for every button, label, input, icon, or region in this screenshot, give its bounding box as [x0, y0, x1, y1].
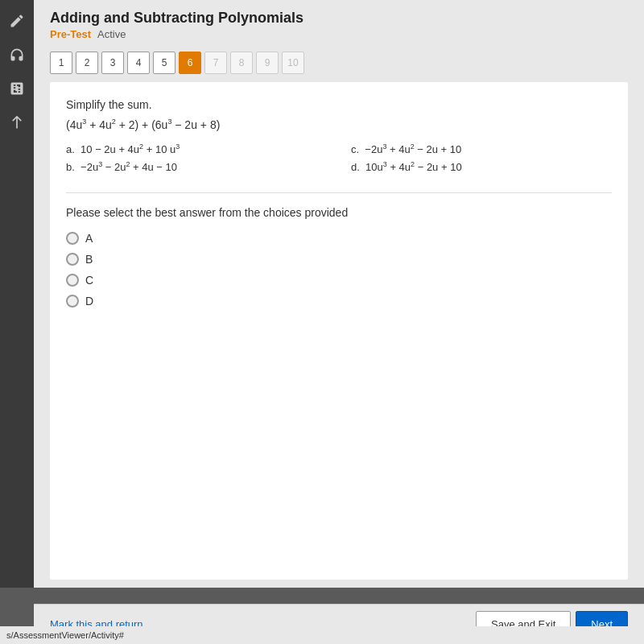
radio-option-a[interactable]: A: [66, 232, 612, 245]
edit-icon[interactable]: [4, 8, 30, 34]
choice-b: b. −2u3 − 2u2 + 4u − 10: [66, 160, 327, 173]
content-panel: Simplify the sum. (4u3 + 4u2 + 2) + (6u3…: [50, 82, 628, 580]
q-num-9: 9: [256, 52, 279, 74]
radio-circle-d: [66, 295, 79, 308]
q-num-4[interactable]: 4: [127, 52, 150, 74]
q-num-6[interactable]: 6: [179, 52, 201, 74]
q-num-5[interactable]: 5: [153, 52, 175, 74]
q-num-7: 7: [204, 52, 227, 74]
q-num-10: 10: [282, 52, 304, 74]
choice-c: c. −2u3 + 4u2 − 2u + 10: [351, 142, 612, 155]
main-area: Adding and Subtracting Polynomials Pre-T…: [34, 0, 644, 588]
radio-circle-c: [66, 274, 79, 287]
active-label: Active: [97, 28, 126, 40]
radio-circle-b: [66, 253, 79, 266]
pre-test-row: Pre-Test Active: [50, 28, 628, 40]
question-expression: (4u3 + 4u2 + 2) + (6u3 − 2u + 8): [66, 118, 612, 131]
calculator-icon[interactable]: [4, 76, 30, 101]
headphones-icon[interactable]: [4, 42, 30, 68]
sidebar: [0, 0, 34, 588]
radio-option-d[interactable]: D: [66, 295, 612, 308]
radio-circle-a: [66, 232, 79, 245]
q-num-2[interactable]: 2: [76, 52, 98, 74]
url-text: s/AssessmentViewer/Activity#: [6, 630, 124, 640]
page-title: Adding and Subtracting Polynomials: [50, 10, 628, 27]
q-num-3[interactable]: 3: [101, 52, 124, 74]
radio-label-c: C: [85, 274, 93, 287]
choices-grid: a. 10 − 2u + 4u2 + 10 u3 c. −2u3 + 4u2 −…: [66, 142, 612, 174]
url-bar: s/AssessmentViewer/Activity#: [0, 626, 644, 644]
select-prompt: Please select the best answer from the c…: [66, 206, 612, 219]
question-instruction: Simplify the sum.: [66, 98, 612, 111]
zoom-icon[interactable]: [4, 109, 30, 135]
radio-label-a: A: [85, 232, 93, 245]
radio-option-b[interactable]: B: [66, 253, 612, 266]
q-num-8: 8: [230, 52, 253, 74]
pre-test-label: Pre-Test: [50, 28, 91, 40]
radio-options: A B C D: [66, 232, 612, 308]
q-num-1[interactable]: 1: [50, 52, 72, 74]
divider: [66, 192, 612, 193]
question-numbers: 1 2 3 4 5 6 7 8 9 10: [34, 52, 644, 82]
header: Adding and Subtracting Polynomials Pre-T…: [34, 0, 644, 52]
choice-a: a. 10 − 2u + 4u2 + 10 u3: [66, 142, 327, 155]
choice-d: d. 10u3 + 4u2 − 2u + 10: [351, 160, 612, 173]
radio-label-b: B: [85, 253, 93, 266]
radio-option-c[interactable]: C: [66, 274, 612, 287]
radio-label-d: D: [85, 295, 93, 308]
